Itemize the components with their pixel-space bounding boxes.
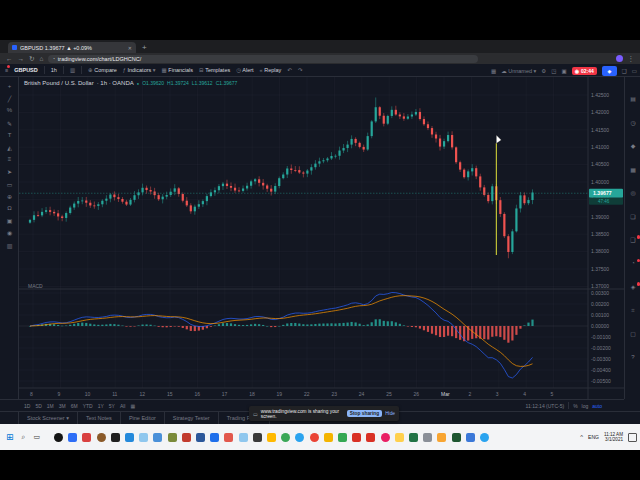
language-indicator[interactable]: ENG xyxy=(588,434,599,440)
redo-icon[interactable]: ↷ xyxy=(298,67,303,73)
taskbar-icon-onedrive[interactable] xyxy=(139,433,148,442)
taskbar-icon-olive-app[interactable] xyxy=(168,433,177,442)
panel-icon[interactable]: ▭ xyxy=(632,68,637,74)
lock-tool[interactable]: ▣ xyxy=(0,217,19,224)
undo-icon[interactable]: ↶ xyxy=(287,67,292,73)
browser-menu-icon[interactable]: ⋮ xyxy=(628,55,635,63)
taskbar-icon-folder-yellow[interactable] xyxy=(395,433,404,442)
templates-button[interactable]: ⊟ Templates xyxy=(199,67,230,73)
interval-button[interactable]: 1h xyxy=(51,67,57,73)
chart-legend[interactable]: British Pound / U.S. Dollar · 1h · OANDA… xyxy=(24,80,237,86)
ideas-icon[interactable]: ◎ xyxy=(625,189,640,196)
taskbar-icon-blue-f-app[interactable] xyxy=(210,433,219,442)
bottom-tab-pine-editor[interactable]: Pine Editor xyxy=(121,412,165,425)
taskbar-icon-red-square-app[interactable] xyxy=(366,433,375,442)
hotlists-icon[interactable]: ◆ xyxy=(625,142,640,149)
help-icon[interactable]: ? xyxy=(625,354,640,360)
taskbar-icon-chat-app[interactable] xyxy=(153,433,162,442)
start-button[interactable]: ⊞ xyxy=(6,432,14,442)
notifications-icon[interactable]: ◔ xyxy=(625,260,640,266)
taskbar-icon-yellow-app[interactable] xyxy=(324,433,333,442)
range-ytd[interactable]: YTD xyxy=(83,403,93,409)
taskbar-icon-dark-app[interactable] xyxy=(253,433,262,442)
brush-tool[interactable]: ✎ xyxy=(0,120,19,127)
taskbar-icon-vscode[interactable] xyxy=(125,433,134,442)
range-3m[interactable]: 3M xyxy=(59,403,66,409)
taskbar-icon-office[interactable] xyxy=(267,433,276,442)
log-scale-button[interactable]: log xyxy=(582,403,589,409)
taskbar-icon-opera-gx[interactable] xyxy=(352,433,361,442)
hide-share-button[interactable]: Hide xyxy=(385,411,395,416)
taskbar-icon-orange-app[interactable] xyxy=(224,433,233,442)
measure-tool[interactable]: ▭ xyxy=(0,181,19,188)
tray-caret-icon[interactable]: ^ xyxy=(580,434,583,440)
financials-button[interactable]: ▦ Financials xyxy=(162,67,194,73)
tray-clock[interactable]: 11:12 AM 3/1/2021 xyxy=(604,432,623,443)
settings-icon[interactable]: ⚙ xyxy=(541,68,546,74)
taskbar-icon-word[interactable] xyxy=(196,433,205,442)
replay-button[interactable]: « Replay xyxy=(260,67,282,73)
taskbar-icon-blue-app[interactable] xyxy=(466,433,475,442)
symbol-button[interactable]: GBPUSD xyxy=(14,67,38,73)
taskbar-icon-red-app[interactable] xyxy=(82,433,91,442)
chats-icon[interactable]: ❑ xyxy=(625,236,640,243)
taskbar-icon-edge-notif[interactable] xyxy=(480,433,489,442)
range-5d[interactable]: 5D xyxy=(35,403,41,409)
watchlist-icon[interactable]: ▤ xyxy=(625,95,640,102)
taskbar-icon-green-leaf-app[interactable] xyxy=(281,433,290,442)
taskbar-icon-chrome[interactable] xyxy=(310,433,319,442)
taskbar-icon-dark-green-app[interactable] xyxy=(452,433,461,442)
recording-timer-chip[interactable]: ◉ 02:44 xyxy=(572,67,597,75)
bottom-tab-stock-screener[interactable]: Stock Screener ▾ xyxy=(18,412,78,425)
trend-line-tool[interactable]: ╱ xyxy=(0,95,19,102)
pattern-tool[interactable]: ◭ xyxy=(0,144,19,151)
alerts-icon[interactable]: ◷ xyxy=(625,119,640,126)
taskbar-icon-brown-app[interactable] xyxy=(97,433,106,442)
crosshair-tool[interactable]: + xyxy=(0,83,19,89)
task-view-icon[interactable]: ▭ xyxy=(33,433,40,441)
streams-icon[interactable]: ❏ xyxy=(625,213,640,220)
price-chart[interactable]: 1.425001.420001.415001.410001.405001.400… xyxy=(19,77,624,399)
bottom-tab-text-notes[interactable]: Text Notes xyxy=(78,412,121,425)
new-tab-button[interactable]: + xyxy=(142,43,147,52)
taskbar-icon-gray-app[interactable] xyxy=(423,433,432,442)
save-layout-button[interactable]: ☁ Unnamed ▾ xyxy=(501,68,536,74)
percent-scale-button[interactable]: % xyxy=(573,403,577,409)
taskbar-icon-acrobat[interactable] xyxy=(182,433,191,442)
address-bar[interactable]: ▪ tradingview.com/chart/LDGHCNC/ xyxy=(48,55,478,63)
taskbar-icon-media-player[interactable] xyxy=(54,433,63,442)
calendar-icon[interactable]: ▦ xyxy=(625,166,640,173)
compare-button[interactable]: ⊕ Compare xyxy=(88,67,117,73)
tv-menu-button[interactable]: ≡ xyxy=(5,67,8,73)
chart-type-icon[interactable]: ▥ xyxy=(70,67,75,73)
range-5y[interactable]: 5Y xyxy=(109,403,115,409)
go-to-date-icon[interactable]: ▦ xyxy=(130,403,135,409)
reload-icon[interactable]: ↻ xyxy=(29,55,34,63)
calls-icon[interactable]: ◈ xyxy=(625,283,640,290)
hide-drawings-tool[interactable]: ◉ xyxy=(0,229,19,236)
layout-icon[interactable]: ▦ xyxy=(491,68,496,74)
taskbar-search-icon[interactable]: ⌕ xyxy=(22,433,26,441)
taskbar-icon-cloud-app[interactable] xyxy=(239,433,248,442)
range-1m[interactable]: 1M xyxy=(47,403,54,409)
range-1y[interactable]: 1Y xyxy=(98,403,104,409)
snapshot-icon[interactable]: ▣ xyxy=(561,68,566,74)
taskbar-icon-camera-app[interactable] xyxy=(111,433,120,442)
taskbar-icon-edge[interactable] xyxy=(295,433,304,442)
action-center-icon[interactable] xyxy=(628,433,637,442)
taskbar-icon-excel[interactable] xyxy=(409,433,418,442)
magnet-tool[interactable]: Ω xyxy=(0,205,19,211)
taskbar-icon-drive[interactable] xyxy=(338,433,347,442)
auto-scale-button[interactable]: auto xyxy=(592,403,602,409)
range-all[interactable]: All xyxy=(120,403,126,409)
text-tool[interactable]: T xyxy=(0,132,19,138)
taskbar-icon-photoshop[interactable] xyxy=(68,433,77,442)
data-window-icon[interactable]: ▢ xyxy=(625,330,640,337)
forecast-tool[interactable]: ≡ xyxy=(0,156,19,162)
browser-tab[interactable]: GBPUSD 1.39677 ▲ +0.09% ✕ xyxy=(8,42,136,53)
gann-fib-tool[interactable]: % xyxy=(0,107,19,113)
macd-legend[interactable]: MACD xyxy=(28,283,43,289)
mic-button[interactable]: ◈ xyxy=(602,66,617,76)
stop-sharing-button[interactable]: Stop sharing xyxy=(347,410,382,417)
zoom-tool[interactable]: ⊕ xyxy=(0,193,19,200)
